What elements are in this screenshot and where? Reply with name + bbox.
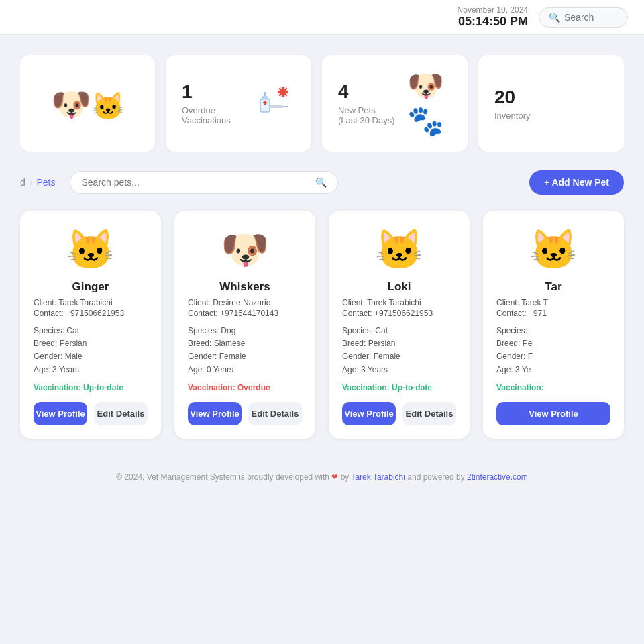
svg-rect-11 [270,105,283,108]
footer-powered-by: and powered by [407,472,464,482]
pet-card-ginger: 🐱 Ginger Client: Tarek Tarabichi Contact… [20,211,161,439]
stat-info-new-pets: 4 New Pets (Last 30 Days) [338,81,396,125]
footer-heart: ❤ [331,472,338,482]
header: November 10, 2024 05:14:50 PM 🔍 [0,0,644,35]
stat-card-new-pets: 4 New Pets (Last 30 Days) 🐶🐾 [322,55,468,152]
pet-card-tar: 🐱 Tar Client: Tarek T Contact: +971 Spec… [483,211,624,439]
pet-details-whiskers: Species: Dog Breed: Siamese Gender: Fema… [188,325,302,376]
edit-details-button-ginger[interactable]: Edit Details [94,402,148,425]
stat-label-new-pets: New Pets (Last 30 Days) [338,105,396,125]
pet-details-loki: Species: Cat Breed: Persian Gender: Fema… [342,325,456,376]
svg-rect-1 [262,96,268,100]
pet-name-loki: Loki [388,280,411,294]
pet-card-actions-whiskers: View Profile Edit Details [188,402,302,425]
breadcrumb: d › Pets [20,177,55,188]
pet-contact-loki: Contact: +971506621953 [342,309,456,318]
view-profile-button-ginger[interactable]: View Profile [34,402,87,425]
pet-card-actions-tar: View Profile [496,402,610,425]
stat-card-pets-image: 🐶🐱 [20,55,155,152]
footer-company-link[interactable]: 2tinteractive.com [467,472,528,482]
pet-card-whiskers: 🐶 Whiskers Client: Desiree Nazario Conta… [174,211,315,439]
new-pets-icon: 🐶🐾 [407,68,451,138]
pet-search-wrapper[interactable]: 🔍 [70,171,338,194]
stat-label-overdue: Overdue Vaccinations [182,105,244,125]
vaccination-badge-loki: Vaccination: Up-to-date [342,383,456,392]
breadcrumb-separator: › [30,177,33,188]
header-date: November 10, 2024 [458,5,528,15]
view-profile-button-whiskers[interactable]: View Profile [188,402,241,425]
stat-number-overdue: 1 [182,81,244,103]
main-content: 🐶🐱 1 Overdue Vaccinations [0,35,644,452]
footer: © 2024, Vet Management System is proudly… [0,452,644,492]
pet-name-tar: Tar [545,280,561,294]
pets-icon: 🐶🐱 [51,83,125,123]
stat-number-inventory: 20 [494,87,530,108]
stat-info-inventory: 20 Inventory [494,87,530,121]
pet-client-loki: Client: Tarek Tarabichi [342,298,456,307]
footer-text: © 2024, Vet Management System is proudly… [116,472,329,482]
header-search-input[interactable] [564,12,618,23]
header-search-box[interactable]: 🔍 [539,7,628,28]
pet-name-whiskers: Whiskers [219,280,270,294]
pet-search-icon: 🔍 [315,177,327,188]
pet-details-ginger: Species: Cat Breed: Persian Gender: Male… [34,325,148,376]
footer-author-link[interactable]: Tarek Tarabichi [351,472,405,482]
pets-grid: 🐱 Ginger Client: Tarek Tarabichi Contact… [20,211,624,439]
add-new-pet-button[interactable]: + Add New Pet [529,170,624,195]
header-time: 05:14:50 PM [458,15,528,29]
footer-by: by [341,472,350,482]
breadcrumb-parent: d [20,177,25,188]
pet-avatar-whiskers: 🐶 [221,227,269,272]
pet-card-actions-ginger: View Profile Edit Details [34,402,148,425]
pet-contact-tar: Contact: +971 [496,309,610,318]
stat-number-new-pets: 4 [338,81,396,103]
pet-avatar-loki: 🐱 [375,227,423,272]
pet-search-input[interactable] [81,177,310,188]
svg-rect-4 [264,101,266,105]
pet-card-actions-loki: View Profile Edit Details [342,402,456,425]
stat-card-inventory: 20 Inventory [478,55,624,152]
breadcrumb-current[interactable]: Pets [36,177,55,188]
pet-client-ginger: Client: Tarek Tarabichi [34,298,148,307]
pet-details-tar: Species: Breed: Pe Gender: F Age: 3 Ye [496,325,610,376]
pets-toolbar: d › Pets 🔍 + Add New Pet [20,170,624,195]
pet-card-loki: 🐱 Loki Client: Tarek Tarabichi Contact: … [329,211,470,439]
view-profile-button-loki[interactable]: View Profile [342,402,396,425]
vaccination-badge-whiskers: Vaccination: Overdue [188,383,302,392]
stats-row: 🐶🐱 1 Overdue Vaccinations [20,55,624,152]
search-icon: 🔍 [549,12,560,23]
pet-avatar-ginger: 🐱 [66,227,115,272]
stat-card-overdue-vaccinations: 1 Overdue Vaccinations [166,55,311,152]
pet-avatar-tar: 🐱 [529,227,578,272]
stat-label-inventory: Inventory [494,111,530,121]
vaccination-badge-ginger: Vaccination: Up-to-date [34,383,148,392]
pet-client-whiskers: Client: Desiree Nazario [188,298,302,307]
edit-details-button-whiskers[interactable]: Edit Details [248,402,302,425]
stat-info-overdue: 1 Overdue Vaccinations [182,81,244,125]
view-profile-button-tar[interactable]: View Profile [496,402,610,425]
pet-contact-whiskers: Contact: +971544170143 [188,309,302,318]
edit-details-button-loki[interactable]: Edit Details [402,402,456,425]
datetime-block: November 10, 2024 05:14:50 PM [458,5,528,29]
vaccination-badge-tar: Vaccination: [496,383,610,392]
pet-name-ginger: Ginger [72,280,109,294]
pet-client-tar: Client: Tarek T [496,298,610,307]
vaccination-icon [255,80,295,127]
pet-contact-ginger: Contact: +971506621953 [34,309,148,318]
